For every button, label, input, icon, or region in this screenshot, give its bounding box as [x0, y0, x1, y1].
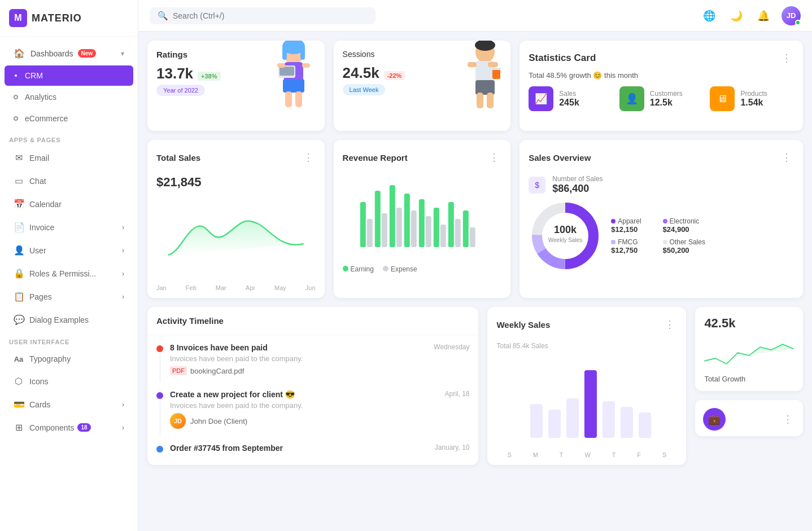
sidebar-item-components[interactable]: ⊞ Components 18 › — [5, 416, 133, 438]
customers-icon: 👤 — [619, 86, 644, 111]
avatar[interactable]: JD — [782, 6, 801, 25]
revenue-chart — [334, 175, 511, 263]
timeline-dot-blue — [156, 446, 163, 453]
chevron-right-icon: › — [122, 223, 124, 231]
tl1-title: 8 Invoices have been paid — [170, 343, 268, 352]
statistics-menu[interactable]: ⋮ — [779, 50, 794, 67]
tl2-title: Create a new project for client 😎 — [170, 390, 295, 399]
total-growth-label: Total Growth — [695, 375, 803, 391]
translate-icon[interactable]: 🌐 — [700, 7, 718, 25]
weekly-sales-title: Weekly Sales — [496, 320, 550, 330]
new-badge: New — [78, 49, 97, 58]
products-value: 1.54k — [740, 98, 767, 108]
timeline-item-3: Order #37745 from September January, 10 — [147, 444, 478, 460]
svg-rect-32 — [433, 208, 439, 247]
activity-timeline-card: Activity Timeline 8 Invoices have been p… — [147, 307, 478, 465]
timeline-dot-purple — [156, 392, 163, 399]
section-user-interface: USER INTERFACE — [0, 332, 138, 348]
svg-rect-25 — [381, 213, 387, 247]
revenue-report-card: Revenue Report ⋮ — [334, 140, 511, 298]
mini-card-menu[interactable]: ⋮ — [780, 411, 795, 428]
sales-overview-menu[interactable]: ⋮ — [779, 149, 794, 166]
sessions-card: Sessions 24.5k -22% Last Week — [334, 41, 511, 131]
total-sales-menu[interactable]: ⋮ — [301, 149, 316, 166]
sidebar-item-roles[interactable]: 🔒 Roles & Permissi... › — [5, 262, 133, 284]
ratings-figure — [263, 41, 325, 115]
number-of-sales-value: $86,400 — [552, 183, 603, 195]
svg-rect-31 — [425, 216, 431, 247]
chat-icon: ▭ — [14, 175, 24, 186]
revenue-menu[interactable]: ⋮ — [487, 149, 501, 166]
chevron-right-icon: › — [122, 293, 124, 301]
stat-customers: 👤 Customers 12.5k — [619, 86, 704, 111]
sidebar-item-chat[interactable]: ▭ Chat — [5, 170, 133, 192]
bottom-mini-card: 💼 ⋮ — [695, 400, 803, 436]
moon-icon[interactable]: 🌙 — [727, 7, 745, 25]
svg-rect-15 — [475, 80, 495, 95]
sidebar-item-user[interactable]: 👤 User › — [5, 239, 133, 261]
sidebar-header: M MATERIO — [0, 0, 138, 37]
revenue-legend: Earning Expense — [334, 263, 511, 280]
row-2: Total Sales ⋮ $21,845 — [147, 140, 803, 298]
logo-char: M — [14, 13, 21, 23]
ratings-value: 13.7k — [156, 65, 193, 82]
sidebar-item-pages[interactable]: 📋 Pages › — [5, 286, 133, 308]
svg-text:Weekly Sales: Weekly Sales — [548, 237, 582, 243]
customers-label: Customers — [650, 90, 683, 98]
email-icon: ✉ — [14, 152, 24, 163]
sales-overview-card: Sales Overview ⋮ $ Number of Sales $86,4… — [519, 140, 803, 298]
email-label: Email — [29, 153, 49, 163]
sidebar-item-calendar[interactable]: 📅 Calendar — [5, 193, 133, 215]
svg-rect-45 — [548, 410, 561, 438]
sidebar-item-invoice[interactable]: 📄 Invoice › — [5, 216, 133, 238]
tl2-desc: Invoices have been paid to the company. — [170, 401, 469, 410]
total-growth-value: 42.5k — [695, 307, 803, 333]
sidebar-item-icons[interactable]: ⬡ Icons — [5, 370, 133, 392]
svg-rect-6 — [285, 91, 292, 107]
ecommerce-label: eCommerce — [25, 114, 68, 123]
cards-icon: 💳 — [14, 399, 24, 410]
stat-products: 🖥 Products 1.54k — [710, 86, 794, 111]
nav-dot — [14, 116, 18, 121]
pages-label: Pages — [29, 292, 52, 301]
customers-value: 12.5k — [650, 98, 683, 108]
weekly-sales-menu[interactable]: ⋮ — [662, 316, 677, 333]
home-icon: 🏠 — [14, 48, 25, 59]
user-label: User — [29, 246, 46, 255]
svg-rect-20 — [468, 62, 477, 67]
sidebar-item-dialog[interactable]: 💬 Dialog Examples — [5, 309, 133, 331]
sidebar-item-ecommerce[interactable]: eCommerce — [5, 108, 133, 129]
donut-section: 100k Weekly Sales Apparel $12,150 Ele — [519, 199, 803, 282]
svg-rect-18 — [492, 69, 500, 79]
active-indicator — [14, 73, 18, 78]
svg-rect-17 — [487, 93, 494, 108]
stat-sales: 📈 Sales 245k — [529, 86, 613, 111]
analytics-label: Analytics — [25, 93, 56, 102]
search-bar[interactable]: 🔍 — [150, 7, 376, 24]
invoice-label: Invoice — [29, 223, 54, 232]
online-indicator — [795, 20, 801, 25]
row-1: Ratings 13.7k +38% Year of 2022 — [147, 41, 803, 131]
bell-icon[interactable]: 🔔 — [754, 7, 772, 25]
weekly-sales-card: Weekly Sales ⋮ Total 85.4k Sales — [487, 307, 686, 465]
components-badge: 18 — [77, 423, 90, 432]
sidebar-item-dashboards[interactable]: 🏠 Dashboards New ▾ — [5, 42, 133, 64]
sidebar-item-typography[interactable]: Aa Typography — [5, 349, 133, 369]
svg-rect-34 — [448, 202, 453, 247]
svg-rect-23 — [366, 219, 372, 247]
label-fmcg: FMCG $12,750 — [611, 238, 653, 254]
sidebar-item-cards[interactable]: 💳 Cards › — [5, 393, 133, 415]
search-input[interactable] — [173, 11, 368, 20]
svg-rect-3 — [300, 46, 305, 60]
sidebar-item-email[interactable]: ✉ Email — [5, 147, 133, 169]
tl2-client: JD John Doe (Client) — [170, 413, 469, 429]
sidebar-item-analytics[interactable]: Analytics — [5, 87, 133, 107]
donut-labels: Apparel $12,150 Electronic $24,900 FMCG … — [611, 217, 705, 254]
sidebar-item-crm[interactable]: CRM — [5, 65, 133, 86]
weekly-sales-subtitle: Total 85.4k Sales — [487, 342, 686, 354]
svg-rect-26 — [389, 185, 395, 247]
timeline-item-1: 8 Invoices have been paid Wednesday Invo… — [147, 335, 478, 390]
svg-rect-33 — [440, 225, 446, 247]
sessions-change: -22% — [384, 71, 405, 80]
svg-rect-36 — [462, 210, 468, 247]
